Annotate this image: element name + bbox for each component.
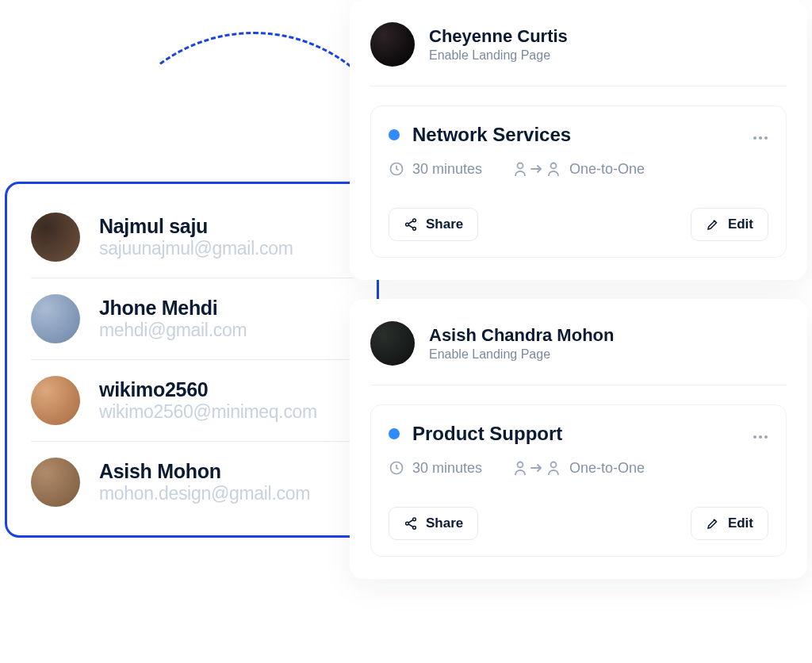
more-button[interactable]: [753, 125, 768, 145]
contact-name: Najmul saju: [99, 215, 353, 238]
contact-email: wikimo2560@minimeq.com: [99, 401, 353, 423]
clock-icon: [389, 161, 404, 177]
event-card: Asish Chandra Mohon Enable Landing Page …: [350, 299, 807, 579]
owner-name: Cheyenne Curtis: [429, 26, 568, 47]
avatar: [31, 376, 80, 425]
owner-name: Asish Chandra Mohon: [429, 325, 614, 346]
status-dot-icon: [389, 428, 400, 439]
avatar: [31, 294, 80, 343]
mode-meta: One-to-One: [514, 459, 645, 477]
event-inner-card: Product Support 30 minutes O: [370, 404, 787, 557]
contact-item[interactable]: Jhone Mehdi mehdi@gmail.com: [31, 278, 353, 360]
share-label: Share: [426, 515, 463, 531]
edit-label: Edit: [728, 515, 753, 531]
mode-label: One-to-One: [569, 460, 645, 477]
edit-label: Edit: [728, 217, 753, 232]
svg-point-1: [759, 136, 762, 140]
events-column: Cheyenne Curtis Enable Landing Page Netw…: [350, 0, 807, 579]
more-icon: [753, 136, 768, 140]
event-inner-card: Network Services 30 minutes: [370, 105, 787, 258]
contact-name: wikimo2560: [99, 378, 353, 401]
pencil-icon: [706, 516, 720, 531]
owner-subtitle: Enable Landing Page: [429, 347, 614, 362]
edit-button[interactable]: Edit: [691, 507, 768, 540]
duration-label: 30 minutes: [412, 161, 482, 178]
connector-arc: [159, 32, 365, 206]
clock-icon: [389, 460, 404, 476]
svg-point-4: [518, 163, 523, 169]
edit-button[interactable]: Edit: [691, 208, 768, 241]
share-button[interactable]: Share: [389, 507, 478, 540]
share-button[interactable]: Share: [389, 208, 478, 241]
one-to-one-icon: [514, 160, 561, 178]
contact-item[interactable]: Asish Mohon mohon.design@gmail.com: [31, 442, 353, 507]
one-to-one-icon: [514, 459, 561, 477]
pencil-icon: [706, 217, 720, 232]
contact-name: Jhone Mehdi: [99, 297, 353, 320]
contact-email: mohon.design@gmail.com: [99, 483, 353, 504]
mode-label: One-to-One: [569, 161, 645, 178]
duration-label: 30 minutes: [412, 460, 482, 477]
owner-row: Cheyenne Curtis Enable Landing Page: [370, 22, 787, 86]
contact-email: sajuunajmul@gmail.com: [99, 238, 353, 259]
share-label: Share: [426, 217, 463, 232]
svg-point-11: [764, 435, 768, 439]
contacts-popover: Najmul saju sajuunajmul@gmail.com Jhone …: [5, 182, 379, 538]
avatar: [370, 22, 415, 67]
more-icon: [753, 435, 768, 439]
svg-point-9: [753, 435, 756, 439]
share-icon: [404, 217, 418, 232]
svg-point-13: [518, 462, 523, 468]
event-title: Product Support: [412, 423, 562, 445]
avatar: [370, 321, 415, 366]
contact-email: mehdi@gmail.com: [99, 320, 353, 341]
svg-point-5: [551, 163, 557, 169]
avatar: [31, 213, 80, 262]
owner-row: Asish Chandra Mohon Enable Landing Page: [370, 321, 787, 385]
svg-point-10: [759, 435, 762, 439]
duration-meta: 30 minutes: [389, 460, 482, 477]
owner-subtitle: Enable Landing Page: [429, 48, 568, 63]
avatar: [31, 458, 80, 507]
svg-point-2: [764, 136, 768, 140]
contact-name: Asish Mohon: [99, 460, 353, 483]
status-dot-icon: [389, 129, 400, 140]
svg-point-14: [551, 462, 557, 468]
event-card: Cheyenne Curtis Enable Landing Page Netw…: [350, 0, 807, 280]
duration-meta: 30 minutes: [389, 161, 482, 178]
share-icon: [404, 516, 418, 531]
mode-meta: One-to-One: [514, 160, 645, 178]
event-title: Network Services: [412, 124, 571, 146]
contact-item[interactable]: Najmul saju sajuunajmul@gmail.com: [31, 213, 353, 278]
contact-item[interactable]: wikimo2560 wikimo2560@minimeq.com: [31, 360, 353, 442]
svg-point-0: [753, 136, 756, 140]
more-button[interactable]: [753, 423, 768, 444]
